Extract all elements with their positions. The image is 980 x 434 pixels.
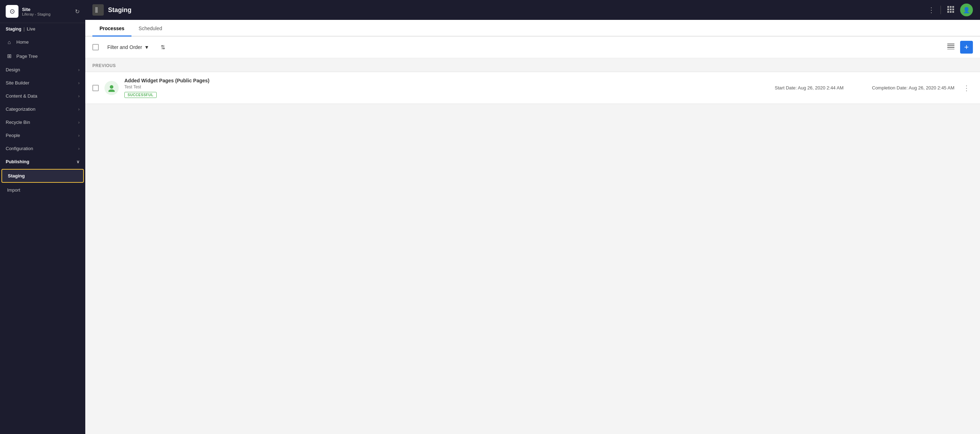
start-date: Start Date: Aug 26, 2020 2:44 AM xyxy=(775,85,843,90)
site-subtitle: Liferay - Staging xyxy=(22,12,51,16)
content-data-label: Content & Data xyxy=(6,93,37,99)
topbar-title: Staging xyxy=(108,6,132,14)
sidebar: ⊙ Site Liferay - Staging ↻ Staging | Liv… xyxy=(0,0,85,434)
sort-button[interactable]: ⇅ xyxy=(158,42,168,53)
sidebar-item-people[interactable]: People › xyxy=(0,129,85,142)
svg-point-16 xyxy=(108,89,115,92)
row-info: Added Widget Pages (Public Pages) Test T… xyxy=(124,78,769,98)
filter-chevron-icon: ▼ xyxy=(144,44,149,50)
row-avatar xyxy=(105,81,119,95)
table-row: Added Widget Pages (Public Pages) Test T… xyxy=(85,72,980,104)
separator: | xyxy=(24,27,24,32)
topbar-divider xyxy=(940,6,941,14)
section-label: PREVIOUS xyxy=(85,58,980,72)
refresh-icon[interactable]: ↻ xyxy=(75,8,80,15)
row-dates: Start Date: Aug 26, 2020 2:44 AM Complet… xyxy=(775,85,955,90)
sidebar-item-page-tree[interactable]: ⊞ Page Tree xyxy=(0,49,85,63)
row-checkbox[interactable] xyxy=(92,85,99,91)
svg-rect-2 xyxy=(947,6,949,8)
svg-rect-7 xyxy=(952,8,954,10)
configuration-arrow: › xyxy=(78,146,80,151)
svg-rect-11 xyxy=(947,44,955,44)
main-content: Staging ⋮ 👤 xyxy=(85,0,980,434)
svg-rect-12 xyxy=(947,46,955,46)
home-label: Home xyxy=(16,40,80,45)
svg-rect-10 xyxy=(952,11,954,13)
row-actions-icon[interactable]: ⋮ xyxy=(960,82,973,94)
sidebar-item-recycle-bin[interactable]: Recycle Bin › xyxy=(0,116,85,129)
people-arrow: › xyxy=(78,133,80,138)
import-sub-label: Import xyxy=(7,187,20,193)
svg-rect-5 xyxy=(947,8,949,10)
page-tree-icon: ⊞ xyxy=(6,53,13,59)
site-icon: ⊙ xyxy=(6,5,19,18)
categorization-arrow: › xyxy=(78,107,80,112)
sort-icon: ⇅ xyxy=(161,44,165,51)
recycle-bin-arrow: › xyxy=(78,120,80,125)
sidebar-header: ⊙ Site Liferay - Staging ↻ xyxy=(0,0,85,23)
sidebar-item-home[interactable]: ⌂ Home xyxy=(0,35,85,49)
svg-rect-1 xyxy=(99,7,101,13)
sidebar-subitem-import[interactable]: Import xyxy=(0,184,85,196)
publishing-label: Publishing xyxy=(6,159,29,164)
avatar-icon: 👤 xyxy=(963,7,970,13)
sidebar-item-site-builder[interactable]: Site Builder › xyxy=(0,76,85,89)
filter-order-button[interactable]: Filter and Order ▼ xyxy=(103,42,153,52)
svg-rect-13 xyxy=(947,47,955,48)
topbar-more-icon[interactable]: ⋮ xyxy=(928,6,935,14)
page-tree-label: Page Tree xyxy=(16,54,80,59)
publishing-arrow: ∨ xyxy=(76,159,80,164)
design-label: Design xyxy=(6,67,20,72)
staging-sub-label: Staging xyxy=(8,173,25,179)
sidebar-subitem-staging[interactable]: Staging xyxy=(2,169,84,183)
staging-label: Staging xyxy=(6,27,21,32)
status-badge: SUCCESSFUL xyxy=(124,92,157,98)
svg-rect-3 xyxy=(950,6,951,8)
content-data-arrow: › xyxy=(78,94,80,99)
staging-page-icon xyxy=(92,4,104,16)
select-all-checkbox[interactable] xyxy=(92,44,99,51)
site-builder-label: Site Builder xyxy=(6,80,29,86)
live-label[interactable]: Live xyxy=(27,27,35,32)
row-subtitle: Test Test xyxy=(124,84,769,89)
user-avatar[interactable]: 👤 xyxy=(960,3,973,16)
site-builder-arrow: › xyxy=(78,81,80,86)
staging-env-bar: Staging | Live xyxy=(0,23,85,35)
design-arrow: › xyxy=(78,67,80,72)
site-title: Site xyxy=(22,7,51,12)
sidebar-item-design[interactable]: Design › xyxy=(0,63,85,76)
topbar: Staging ⋮ 👤 xyxy=(85,0,980,20)
svg-point-15 xyxy=(110,85,113,89)
svg-rect-4 xyxy=(952,6,954,8)
row-title: Added Widget Pages (Public Pages) xyxy=(124,78,769,83)
people-label: People xyxy=(6,133,20,138)
toolbar: Filter and Order ▼ ⇅ + xyxy=(85,36,980,58)
tabs-bar: Processes Scheduled xyxy=(85,20,980,36)
sidebar-item-configuration[interactable]: Configuration › xyxy=(0,142,85,155)
svg-rect-9 xyxy=(950,11,951,13)
tab-scheduled[interactable]: Scheduled xyxy=(132,20,169,36)
sidebar-item-publishing[interactable]: Publishing ∨ xyxy=(0,155,85,168)
table-area: PREVIOUS Added Widget Pages (Public Page… xyxy=(85,58,980,434)
completion-date: Completion Date: Aug 26, 2020 2:45 AM xyxy=(872,85,955,90)
categorization-label: Categorization xyxy=(6,106,35,112)
home-icon: ⌂ xyxy=(6,39,13,45)
add-button[interactable]: + xyxy=(960,41,973,54)
recycle-bin-label: Recycle Bin xyxy=(6,120,30,125)
svg-rect-6 xyxy=(950,8,951,10)
content-area: Processes Scheduled Filter and Order ▼ ⇅ xyxy=(85,20,980,434)
sidebar-item-content-data[interactable]: Content & Data › xyxy=(0,89,85,103)
svg-rect-0 xyxy=(95,7,98,13)
list-view-icon[interactable] xyxy=(945,41,956,53)
sidebar-item-categorization[interactable]: Categorization › xyxy=(0,103,85,116)
svg-rect-8 xyxy=(947,11,949,13)
configuration-label: Configuration xyxy=(6,146,33,151)
topbar-grid-icon[interactable] xyxy=(947,5,955,15)
tab-processes[interactable]: Processes xyxy=(92,20,132,36)
svg-rect-14 xyxy=(947,49,955,49)
